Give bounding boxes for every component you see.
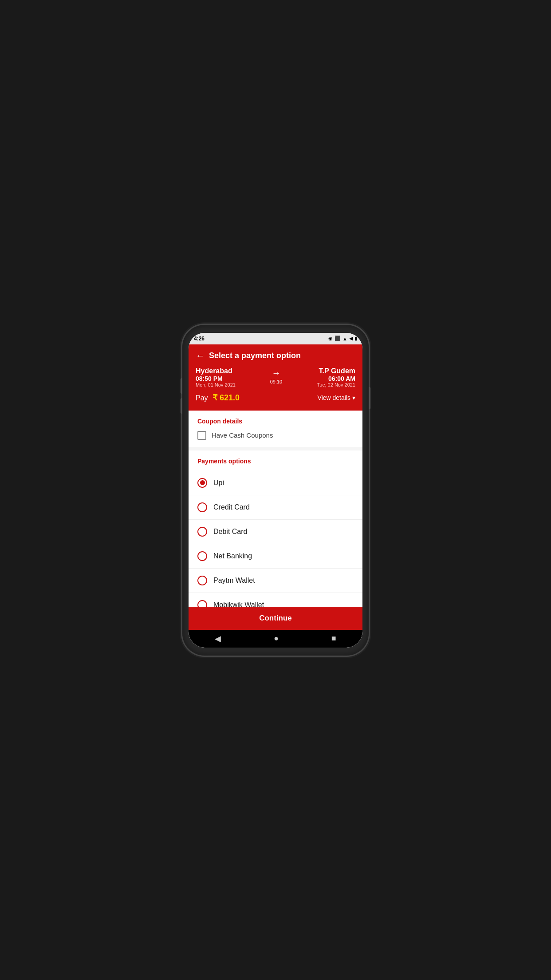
pay-amount: ₹ 621.0: [213, 393, 240, 402]
view-details-button[interactable]: View details ▾: [318, 394, 355, 401]
view-details-label: View details: [318, 394, 350, 401]
journey-dest: T.P Gudem 06:00 AM Tue, 02 Nov 2021: [317, 367, 355, 387]
payment-option-debit-card[interactable]: Debit Card: [189, 520, 362, 544]
wifi-icon: ▲: [342, 336, 347, 341]
coupon-row[interactable]: Have Cash Coupons: [197, 431, 354, 440]
origin-date: Mon, 01 Nov 2021: [196, 382, 236, 387]
chevron-down-icon: ▾: [352, 394, 355, 401]
payment-option-paytm-wallet[interactable]: Paytm Wallet: [189, 569, 362, 593]
radio-upi: [197, 478, 207, 488]
battery-icon: ▮: [354, 336, 357, 341]
radio-paytm-wallet: [197, 576, 207, 585]
origin-city: Hyderabad: [196, 367, 236, 375]
page-title: Select a payment option: [209, 351, 301, 360]
payment-option-net-banking[interactable]: Net Banking: [189, 544, 362, 569]
main-content: Coupon details Have Cash Coupons Payment…: [189, 411, 362, 607]
status-time: 4:26: [194, 336, 205, 342]
nav-home-button[interactable]: ●: [267, 631, 286, 646]
coupon-section-title: Coupon details: [197, 418, 354, 425]
journey-arrow-icon: →: [272, 368, 280, 378]
dest-city: T.P Gudem: [317, 367, 355, 375]
radio-mobikwik-wallet: [197, 600, 207, 607]
pay-amount-group: Pay ₹ 621.0: [196, 393, 240, 403]
journey-mid: → 09:10: [270, 367, 283, 384]
radio-upi-inner: [200, 480, 205, 485]
nav-bar: ◀ ● ■: [189, 630, 362, 648]
radio-debit-card: [197, 527, 207, 537]
pay-row: Pay ₹ 621.0 View details ▾: [196, 393, 355, 403]
journey-duration: 09:10: [270, 379, 283, 384]
payment-option-mobikwik-wallet[interactable]: Mobikwik Wallet: [189, 593, 362, 607]
pay-label: Pay: [196, 394, 208, 402]
payment-option-credit-card[interactable]: Credit Card: [189, 495, 362, 520]
world-icon: ◉: [328, 336, 333, 341]
option-label-mobikwik-wallet: Mobikwik Wallet: [213, 601, 264, 607]
app-header: ← Select a payment option Hyderabad 08:5…: [189, 344, 362, 411]
dest-date: Tue, 02 Nov 2021: [317, 382, 355, 387]
option-label-credit-card: Credit Card: [213, 503, 250, 511]
journey-origin: Hyderabad 08:50 PM Mon, 01 Nov 2021: [196, 367, 236, 387]
radio-credit-card: [197, 502, 207, 512]
coupon-checkbox[interactable]: [197, 431, 206, 440]
back-button[interactable]: ←: [196, 351, 205, 361]
payments-section: Payments options Upi Credit Card Debit: [189, 450, 362, 607]
nav-back-button[interactable]: ◀: [208, 631, 228, 646]
header-title-row: ← Select a payment option: [196, 351, 355, 361]
origin-time: 08:50 PM: [196, 375, 236, 382]
radio-net-banking: [197, 551, 207, 561]
signal-icon: ◀: [349, 336, 353, 341]
option-label-paytm-wallet: Paytm Wallet: [213, 577, 255, 585]
dest-time: 06:00 AM: [317, 375, 355, 382]
option-label-upi: Upi: [213, 479, 224, 487]
coupon-section: Coupon details Have Cash Coupons: [189, 411, 362, 447]
continue-button[interactable]: Continue: [189, 607, 362, 630]
option-label-debit-card: Debit Card: [213, 528, 247, 536]
payment-option-upi[interactable]: Upi: [189, 471, 362, 495]
journey-row: Hyderabad 08:50 PM Mon, 01 Nov 2021 → 09…: [196, 367, 355, 387]
status-bar: 4:26 ◉ ⬛ ▲ ◀ ▮: [189, 333, 362, 344]
payments-section-title: Payments options: [189, 458, 362, 465]
option-label-net-banking: Net Banking: [213, 552, 252, 560]
coupon-label: Have Cash Coupons: [212, 431, 273, 439]
nav-recents-button[interactable]: ■: [324, 631, 343, 646]
phone-shell: 4:26 ◉ ⬛ ▲ ◀ ▮ ← Select a payment option…: [182, 325, 369, 656]
status-icons: ◉ ⬛ ▲ ◀ ▮: [328, 336, 357, 341]
sim-icon: ⬛: [335, 336, 341, 341]
phone-screen: 4:26 ◉ ⬛ ▲ ◀ ▮ ← Select a payment option…: [189, 333, 362, 648]
